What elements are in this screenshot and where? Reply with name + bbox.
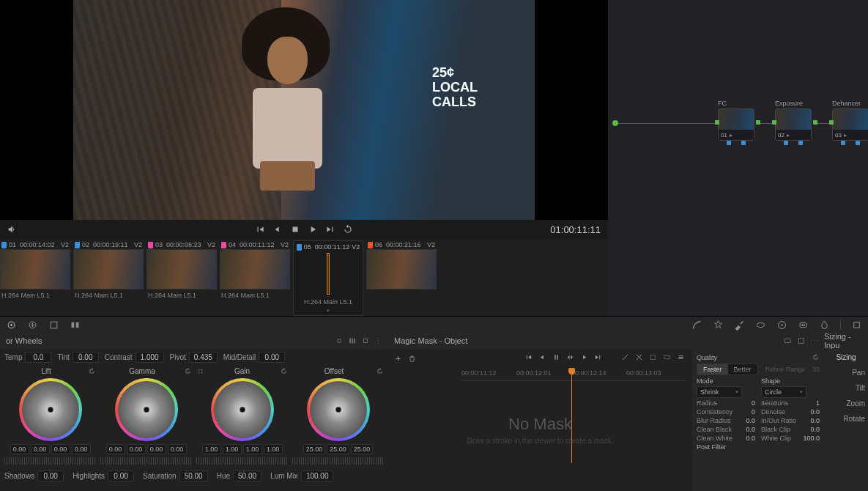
adjust-temp[interactable]: Temp0.0 bbox=[4, 352, 51, 363]
node-port[interactable] bbox=[856, 141, 860, 145]
node-port[interactable] bbox=[829, 120, 834, 125]
adjust-tint[interactable]: Tint0.00 bbox=[57, 352, 98, 363]
node-port[interactable] bbox=[756, 120, 760, 125]
node-port[interactable] bbox=[798, 141, 803, 145]
sizing-rotate[interactable]: Rotate bbox=[844, 415, 865, 423]
adjust-pivot[interactable]: Pivot0.435 bbox=[170, 352, 218, 363]
prev-clip-button[interactable] bbox=[255, 224, 265, 235]
next-clip-button[interactable] bbox=[325, 224, 335, 235]
node-port[interactable] bbox=[727, 141, 731, 145]
mask-delete-icon[interactable] bbox=[408, 355, 416, 363]
adjust-contrast[interactable]: Contrast1.000 bbox=[105, 352, 164, 363]
node[interactable]: 02▸ bbox=[775, 108, 812, 141]
mask-add-icon[interactable] bbox=[394, 355, 402, 363]
adjust-highlights[interactable]: Highlights0.00 bbox=[73, 470, 134, 481]
viewer-timecode[interactable]: 01:00:11:11 bbox=[550, 224, 601, 235]
sizing-tab[interactable]: Sizing bbox=[836, 353, 856, 361]
adjust-mid/detail[interactable]: Mid/Detail0.00 bbox=[223, 352, 285, 363]
reset-icon[interactable] bbox=[812, 353, 820, 361]
wheels-mode-icon[interactable] bbox=[335, 336, 344, 345]
reset-icon[interactable] bbox=[184, 367, 192, 375]
node-port[interactable] bbox=[784, 141, 788, 145]
step-back-button[interactable] bbox=[272, 224, 283, 235]
clip-thumbnail[interactable]: 0400:00:11:12V2H.264 Main L5.1 bbox=[220, 240, 290, 316]
add-node-icon[interactable] bbox=[27, 320, 38, 331]
jog-wheel[interactable] bbox=[100, 457, 192, 465]
sizing-zoom[interactable]: Zoom bbox=[846, 399, 865, 407]
node-graph[interactable]: FC01▸Exposure02▸Dehancer03▸ bbox=[608, 0, 868, 316]
reset-icon[interactable] bbox=[376, 367, 384, 375]
mask-stroke-icon[interactable] bbox=[782, 336, 793, 345]
color-wheel[interactable] bbox=[115, 378, 178, 441]
node-port[interactable] bbox=[715, 120, 719, 125]
palettes-icon[interactable] bbox=[70, 320, 81, 331]
mask-track-fwd-all-icon[interactable] bbox=[594, 353, 602, 361]
tracker-icon[interactable] bbox=[776, 320, 787, 331]
node-graph-input[interactable] bbox=[612, 120, 618, 126]
magic-mask-icon[interactable] bbox=[798, 320, 809, 331]
curves-tab-icon[interactable] bbox=[691, 320, 702, 331]
blur-icon[interactable] bbox=[819, 320, 830, 331]
mask-pause-icon[interactable] bbox=[552, 353, 560, 361]
adjust-lum-mix[interactable]: Lum Mix100.00 bbox=[270, 470, 333, 481]
mask-param-radius[interactable]: Radius0 bbox=[697, 399, 755, 407]
jog-wheel[interactable] bbox=[292, 457, 384, 465]
adjust-saturation[interactable]: Saturation50.00 bbox=[143, 470, 208, 481]
clip-thumbnail[interactable]: 0100:00:14:02V2H.264 Main L5.1 bbox=[0, 240, 70, 316]
mask-stroke-add-icon[interactable] bbox=[621, 353, 629, 361]
qualifiers-icon[interactable] bbox=[48, 320, 59, 331]
mask-track-fwd-icon[interactable] bbox=[580, 353, 588, 361]
curves-icon[interactable] bbox=[6, 320, 17, 331]
sizing-pan[interactable]: Pan bbox=[852, 369, 865, 377]
mask-param-blur-radius[interactable]: Blur Radius0.0 bbox=[697, 417, 755, 424]
mask-param-clean-black[interactable]: Clean Black0.0 bbox=[697, 426, 755, 433]
mask-param-shrink[interactable]: Shrink bbox=[697, 386, 755, 398]
loop-button[interactable] bbox=[343, 224, 353, 235]
reset-icon[interactable] bbox=[280, 367, 288, 375]
mask-param-clean-white[interactable]: Clean White0.0 bbox=[697, 435, 755, 442]
log-mode-icon[interactable] bbox=[361, 336, 370, 345]
window-icon[interactable] bbox=[755, 320, 766, 331]
mask-overlay-toggle-icon[interactable] bbox=[663, 353, 671, 361]
color-wheel[interactable] bbox=[307, 378, 370, 441]
mask-param-in-out-ratio[interactable]: In/Out Ratio0.0 bbox=[761, 417, 820, 424]
mask-invert-icon[interactable] bbox=[649, 353, 657, 361]
color-wheel[interactable] bbox=[211, 378, 274, 441]
qualifier-picker-icon[interactable] bbox=[734, 320, 745, 331]
warper-icon[interactable] bbox=[713, 320, 724, 331]
clip-thumbnail[interactable]: 0300:00:08:23V2H.264 Main L5.1 bbox=[146, 240, 217, 316]
bars-mode-icon[interactable] bbox=[348, 336, 357, 345]
mask-track-both-icon[interactable] bbox=[566, 353, 574, 361]
node-port[interactable] bbox=[772, 120, 776, 125]
clip-thumbnail[interactable]: 0200:00:19:11V2H.264 Main L5.1 bbox=[73, 240, 144, 316]
stop-button[interactable] bbox=[290, 224, 300, 235]
quality-segment[interactable]: Faster Better bbox=[697, 363, 758, 375]
mask-param-white-clip[interactable]: White Clip100.0 bbox=[761, 435, 820, 442]
clip-thumbnail[interactable]: 0600:00:21:16V2 bbox=[366, 240, 437, 316]
mask-track-bwd-icon[interactable] bbox=[538, 353, 546, 361]
reset-icon[interactable] bbox=[88, 367, 96, 375]
mask-settings-icon[interactable] bbox=[677, 353, 685, 361]
sizing-tilt[interactable]: Tilt bbox=[856, 384, 865, 392]
clip-thumbnail[interactable]: 0500:00:11:12V2H.264 Main L5.1 bbox=[293, 240, 363, 316]
play-button[interactable] bbox=[308, 224, 318, 235]
node[interactable]: 01▸ bbox=[718, 108, 754, 141]
mask-stroke-sub-icon[interactable] bbox=[635, 353, 643, 361]
mask-param-consistency[interactable]: Consistency0 bbox=[697, 408, 755, 416]
key-icon[interactable] bbox=[851, 320, 862, 331]
jog-wheel[interactable] bbox=[4, 457, 96, 465]
node-port[interactable] bbox=[813, 120, 817, 125]
color-wheel[interactable] bbox=[19, 378, 82, 441]
mask-overlay-icon[interactable] bbox=[797, 336, 806, 345]
mask-param-black-clip[interactable]: Black Clip0.0 bbox=[761, 426, 820, 433]
mask-param-denoise[interactable]: Denoise0.0 bbox=[761, 408, 820, 416]
node-port[interactable] bbox=[841, 141, 845, 145]
node[interactable]: 03▸ bbox=[832, 108, 868, 141]
mask-param-iterations[interactable]: Iterations1 bbox=[761, 399, 820, 407]
picker-icon[interactable] bbox=[196, 367, 204, 375]
node-port[interactable] bbox=[741, 141, 746, 145]
adjust-hue[interactable]: Hue50.00 bbox=[217, 470, 261, 481]
mask-track-bwd-all-icon[interactable] bbox=[524, 353, 533, 361]
mask-param-circle[interactable]: Circle bbox=[761, 386, 820, 398]
viewer[interactable] bbox=[0, 0, 608, 220]
